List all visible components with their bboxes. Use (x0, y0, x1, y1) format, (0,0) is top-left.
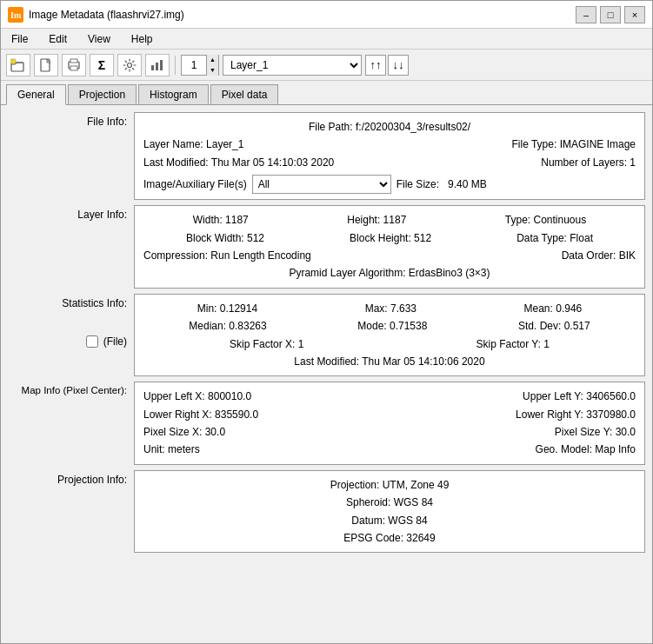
compression: Compression: Run Length Encoding (143, 247, 311, 264)
projection: Projection: UTM, Zone 49 (143, 476, 636, 494)
statistics-box: Min: 0.12914 Max: 7.633 Mean: 0.946 Medi… (134, 294, 645, 377)
skip-y: Skip Factor Y: 1 (476, 335, 550, 353)
svg-rect-9 (151, 65, 154, 70)
stat-mode: Mode: 0.71538 (357, 317, 427, 335)
data-order: Data Order: BIK (562, 247, 636, 264)
app-icon: Im (8, 7, 23, 23)
statistics-label: Statistics Info: (1, 294, 127, 309)
map-info-row: Map Info (Pixel Center): Upper Left X: 8… (8, 382, 645, 465)
svg-rect-3 (10, 59, 16, 63)
layer-width: Width: 1187 (193, 211, 249, 229)
file-checkbox-label: (File) (103, 335, 127, 348)
svg-rect-6 (70, 59, 77, 63)
close-button[interactable]: × (624, 6, 645, 23)
svg-text:Im: Im (10, 10, 22, 20)
layer-info-label: Layer Info: (8, 205, 134, 221)
toolbar-separator (175, 56, 176, 75)
upper-left-y: Upper Left Y: 3406560.0 (523, 388, 636, 405)
aux-select[interactable]: All (252, 175, 391, 194)
window-title: Image Metadata (flaashrvi27.img) (29, 9, 184, 21)
menu-bar: File Edit View Help (1, 29, 652, 50)
epsg: EPSG Code: 32649 (143, 529, 636, 547)
file-checkbox-row: (File) (86, 335, 127, 348)
aux-row: Image/Auxiliary File(s) All File Size: 9… (143, 175, 636, 194)
tab-histogram[interactable]: Histogram (138, 84, 209, 104)
menu-file[interactable]: File (4, 31, 35, 47)
svg-rect-10 (156, 63, 158, 70)
menu-edit[interactable]: Edit (42, 31, 74, 47)
file-checkbox[interactable] (86, 335, 98, 348)
block-height: Block Height: 512 (350, 229, 431, 247)
menu-view[interactable]: View (81, 31, 117, 47)
toolbar: Σ 1 ▲ ▼ Layer_1 ↑↑ (1, 50, 652, 81)
sort-down-button[interactable]: ↓↓ (388, 55, 409, 76)
minimize-button[interactable]: – (576, 6, 596, 23)
main-window: Im Image Metadata (flaashrvi27.img) – □ … (0, 0, 653, 644)
stat-mean: Mean: 0.946 (524, 300, 583, 317)
lower-right-x: Lower Right X: 835590.0 (143, 406, 258, 423)
projection-info-label: Projection Info: (8, 470, 134, 486)
stat-max: Max: 7.633 (365, 300, 416, 317)
sort-buttons: ↑↑ ↓↓ (365, 55, 409, 76)
block-width: Block Width: 512 (186, 229, 264, 247)
layer-info-row: Layer Info: Width: 1187 Height: 1187 Typ… (8, 205, 645, 289)
pyramid: Pyramid Layer Algorithm: ErdasBino3 (3×3… (143, 264, 636, 282)
projection-info-row: Projection Info: Projection: UTM, Zone 4… (8, 470, 645, 554)
svg-rect-7 (70, 66, 77, 70)
pixel-size-y: Pixel Size Y: 30.0 (555, 423, 636, 441)
unit: Unit: meters (143, 441, 200, 458)
window-controls: – □ × (576, 6, 645, 23)
upper-left-x: Upper Left X: 800010.0 (143, 388, 251, 405)
file-type: File Type: IMAGINE Image (512, 136, 636, 153)
maximize-button[interactable]: □ (600, 6, 621, 23)
skip-x: Skip Factor X: 1 (230, 335, 303, 353)
spinner-buttons: ▲ ▼ (206, 55, 218, 76)
tab-general[interactable]: General (6, 84, 66, 105)
lower-right-y: Lower Right Y: 3370980.0 (516, 406, 636, 423)
geo-model: Geo. Model: Map Info (536, 441, 636, 458)
sort-up-button[interactable]: ↑↑ (365, 55, 386, 76)
layer-number-input[interactable]: 1 (182, 56, 206, 75)
map-info-box: Upper Left X: 800010.0 Upper Left Y: 340… (134, 382, 645, 465)
sigma-button[interactable]: Σ (90, 54, 114, 76)
stat-last-modified: Last Modified: Thu Mar 05 14:10:06 2020 (143, 353, 636, 370)
spinner-up[interactable]: ▲ (206, 55, 218, 65)
datum: Datum: WGS 84 (143, 512, 636, 529)
layer-name: Layer Name: Layer_1 (143, 136, 243, 153)
settings-button[interactable] (117, 54, 142, 76)
svg-rect-11 (160, 60, 163, 70)
file-size-value: 9.40 MB (448, 176, 487, 193)
layer-dropdown[interactable]: Layer_1 (223, 55, 362, 76)
spheroid: Spheroid: WGS 84 (143, 494, 636, 511)
file-path: File Path: f:/20200304_3/results02/ (143, 118, 636, 136)
tabs-bar: General Projection Histogram Pixel data (1, 81, 652, 104)
file-size-label: File Size: (396, 176, 439, 193)
layer-info-box: Width: 1187 Height: 1187 Type: Continuou… (134, 205, 645, 289)
print-button[interactable] (62, 54, 86, 76)
file-info-box: File Path: f:/20200304_3/results02/ Laye… (134, 112, 645, 200)
tab-pixel-data[interactable]: Pixel data (210, 84, 279, 104)
spinner-down[interactable]: ▼ (206, 65, 218, 76)
stat-median: Median: 0.83263 (189, 317, 266, 335)
svg-point-8 (128, 63, 132, 67)
layer-type: Type: Continuous (505, 211, 586, 229)
menu-help[interactable]: Help (124, 31, 160, 47)
layer-height: Height: 1187 (347, 211, 406, 229)
file-info-row: File Info: File Path: f:/20200304_3/resu… (8, 112, 645, 200)
aux-label: Image/Auxiliary File(s) (143, 176, 247, 193)
map-info-label: Map Info (Pixel Center): (8, 382, 134, 395)
new-button[interactable] (34, 54, 58, 76)
last-modified-file: Last Modified: Thu Mar 05 14:10:03 2020 (143, 154, 334, 171)
projection-info-box: Projection: UTM, Zone 49 Spheroid: WGS 8… (134, 470, 645, 554)
file-info-label: File Info: (8, 112, 134, 128)
open-button[interactable] (6, 54, 30, 76)
chart-button[interactable] (145, 54, 170, 76)
data-type: Data Type: Float (516, 229, 593, 247)
layer-spinner[interactable]: 1 ▲ ▼ (181, 55, 219, 76)
tab-projection[interactable]: Projection (68, 84, 137, 104)
stat-min: Min: 0.12914 (197, 300, 257, 317)
content-area: File Info: File Path: f:/20200304_3/resu… (1, 104, 652, 643)
pixel-size-x: Pixel Size X: 30.0 (143, 423, 225, 441)
statistics-row: Statistics Info: (File) Min: 0.12914 Max… (8, 294, 645, 377)
title-bar: Im Image Metadata (flaashrvi27.img) – □ … (1, 1, 652, 29)
